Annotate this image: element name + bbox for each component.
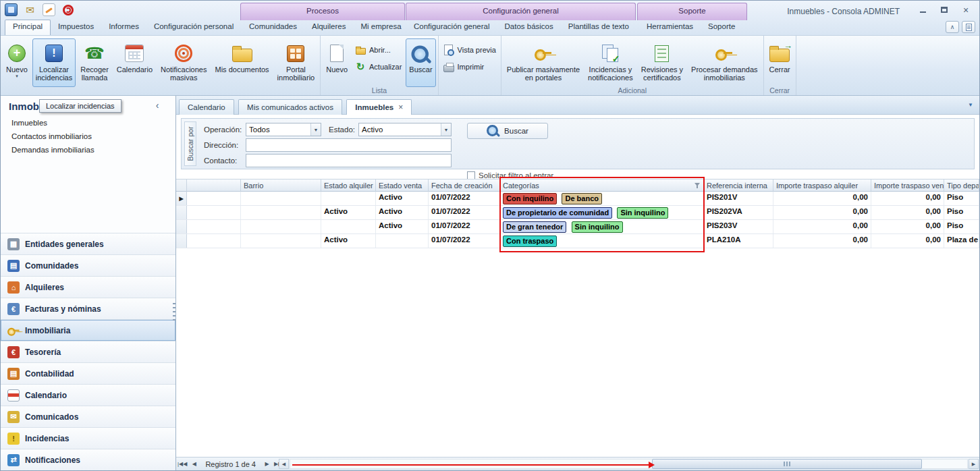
cerrar-button[interactable]: → Cerrar (766, 38, 794, 87)
direccion-input[interactable] (246, 138, 452, 152)
horizontal-scrollbar-thumb[interactable] (652, 459, 922, 469)
column-header-referencia-interna[interactable]: Referencia interna (704, 179, 773, 192)
localizar-incidencias-button[interactable]: ! Localizar incidencias (32, 38, 76, 87)
sidebar-link-contactos-inmobiliarios[interactable]: Contactos inmobiliarios (1, 130, 175, 143)
cell-tipo: Plaza de (944, 234, 979, 248)
tab-alquileres[interactable]: Alquileres (304, 20, 354, 35)
tab-configuracion-general[interactable]: Configuración general (406, 20, 497, 35)
actualizar-button[interactable]: ↻ Actualizar (355, 61, 402, 73)
table-row[interactable]: ▶ Activo 01/07/2022 Con inquilino De ban… (176, 192, 979, 206)
notes-icon[interactable] (43, 3, 55, 16)
publicar-masivamente-button[interactable]: Publicar masivamente en portales (503, 38, 583, 87)
buscar-button[interactable]: Buscar (406, 38, 435, 87)
tooltip-localizar-incidencias: Localizar incidencias (39, 99, 121, 113)
doc-tab-calendario[interactable]: Calendario (179, 99, 234, 115)
operacion-select[interactable]: Todos ▼ (246, 123, 321, 136)
sidebar-item-incidencias[interactable]: ! Incidencias (1, 427, 175, 449)
column-header-importe-traspaso-venta[interactable]: Importe traspaso venta (871, 179, 944, 192)
first-record-button[interactable]: |◀◀ (176, 461, 188, 467)
sidebar-item-contabilidad[interactable]: ▤ Contabilidad (1, 362, 175, 384)
sidebar-item-calendario[interactable]: Calendario (1, 384, 175, 406)
tab-impuestos[interactable]: Impuestos (51, 20, 101, 35)
sidebar-link-demandas-inmobiliarias[interactable]: Demandas inmobiliarias (1, 143, 175, 157)
portal-inmobiliario-button[interactable]: Portal inmobiliario (274, 38, 319, 87)
chevron-down-icon[interactable]: ▼ (310, 123, 321, 136)
incidencias-notificaciones-button[interactable]: ✓ Incidencias y notificaciones (584, 38, 636, 87)
table-row[interactable]: Activo 01/07/2022 Con traspaso PLA210A 0… (176, 234, 979, 248)
contacto-input[interactable] (246, 154, 452, 167)
sidebar: Inmobiliaria ‹ Inmuebles Contactos inmob… (1, 96, 176, 470)
window-controls: × (915, 4, 974, 16)
cell-fecha: 01/07/2022 (429, 192, 500, 205)
sidebar-item-alquileres[interactable]: ⌂ Alquileres (1, 276, 175, 298)
mis-documentos-button[interactable]: Mis documentos (211, 38, 272, 87)
mail-icon[interactable]: ✉ (24, 3, 36, 16)
table-row[interactable]: Activo Activo 01/07/2022 De propietario … (176, 206, 979, 220)
minimize-button[interactable] (915, 4, 931, 16)
app-icon[interactable] (5, 3, 18, 16)
ctx-group-procesos: Procesos (240, 3, 405, 20)
category-badge: De banco (562, 193, 602, 204)
tab-principal[interactable]: Principal (5, 20, 51, 35)
sidebar-item-inmobiliaria[interactable]: Inmobiliaria (1, 319, 175, 341)
tab-configuracion-personal[interactable]: Configuración personal (146, 20, 241, 35)
doc-tab-inmuebles[interactable]: Inmuebles × (346, 99, 412, 115)
column-header-barrio[interactable]: Barrio (241, 179, 321, 192)
sidebar-item-notificaciones[interactable]: ⇄ Notificaciones (1, 449, 175, 470)
dropdown-caret-icon: ▾ (16, 74, 18, 79)
abrir-button[interactable]: Abrir... (355, 44, 402, 56)
scroll-left-icon[interactable]: ◀ (279, 459, 289, 469)
tab-mi-empresa[interactable]: Mi empresa (353, 20, 408, 35)
close-tab-icon[interactable]: × (398, 103, 403, 112)
sidebar-link-inmuebles[interactable]: Inmuebles (1, 116, 175, 130)
sidebar-item-tesoreria[interactable]: € Tesorería (1, 341, 175, 362)
revisiones-certificados-button[interactable]: Revisiones y certificados (638, 38, 686, 87)
tab-comunidades[interactable]: Comunidades (242, 20, 304, 35)
sidebar-item-comunidades[interactable]: ▤ Comunidades (1, 254, 175, 276)
tab-datos-basicos[interactable]: Datos básicos (497, 20, 561, 35)
nuevo-button[interactable]: + Nuevo ▾ (3, 38, 31, 87)
nuevo-registro-button[interactable]: Nuevo (323, 38, 351, 87)
collapse-panel-icon[interactable]: ‹ (151, 100, 163, 112)
column-header-estado-alquiler[interactable]: Estado alquiler (321, 179, 376, 192)
window-title: Inmuebles - Consola ADMINET (787, 7, 900, 16)
column-header-blank[interactable] (187, 179, 241, 192)
tab-soporte[interactable]: Soporte (701, 20, 742, 35)
tab-herramientas[interactable]: Herramientas (639, 20, 701, 35)
maximize-button[interactable] (936, 4, 952, 16)
vista-previa-button[interactable]: Vista previa (443, 44, 496, 56)
table-row[interactable]: Activo 01/07/2022 De gran tenedor Sin in… (176, 220, 979, 234)
cell-importe-venta: 0,00 (871, 192, 944, 205)
notifications-icon: ⇄ (7, 454, 20, 466)
column-header-tipo[interactable]: Tipo depa (944, 179, 979, 192)
next-record-button[interactable]: ▶ (261, 461, 273, 467)
chevron-down-icon[interactable]: ▼ (441, 123, 451, 136)
cell-tipo: Piso (944, 206, 979, 219)
column-header-fecha-creacion[interactable]: Fecha de creación (429, 179, 500, 192)
tab-informes[interactable]: Informes (101, 20, 146, 35)
tab-list-dropdown-icon[interactable]: ▼ (968, 102, 973, 108)
imprimir-button[interactable]: Imprimir (443, 61, 496, 73)
notificaciones-masivas-button[interactable]: Notificaciones masivas (157, 38, 210, 87)
column-header-categorias[interactable]: Categorías (500, 179, 704, 192)
calendario-button[interactable]: Calendario (113, 38, 156, 87)
close-button[interactable]: × (958, 4, 974, 16)
buscar-grid-button[interactable]: Buscar (467, 123, 548, 139)
filter-funnel-icon[interactable] (695, 182, 701, 189)
estado-select[interactable]: Activo ▼ (358, 123, 452, 136)
column-header-importe-traspaso-alquiler[interactable]: Importe traspaso alquiler (773, 179, 871, 192)
recoger-llamada-button[interactable]: ☎ Recoger llamada (77, 38, 112, 87)
cell-tipo: Piso (944, 192, 979, 205)
doc-tab-mis-comunicados-activos[interactable]: Mis comunicados activos (238, 99, 342, 115)
tab-plantillas-de-texto[interactable]: Plantillas de texto (561, 20, 636, 35)
ribbon-options-icon[interactable] (962, 21, 975, 33)
splitter-grip[interactable] (173, 303, 175, 322)
collapse-ribbon-icon[interactable]: ∧ (946, 21, 959, 33)
sidebar-item-facturas-nominas[interactable]: € Facturas y nóminas (1, 298, 175, 319)
procesar-demandas-button[interactable]: Procesar demandas inmobiliarias (688, 38, 761, 87)
previous-record-button[interactable]: ◀ (188, 461, 200, 467)
sidebar-item-entidades-generales[interactable]: ▦ Entidades generales (1, 233, 175, 254)
column-header-estado-venta[interactable]: Estado venta (376, 179, 429, 192)
scroll-right-icon[interactable]: ▶ (969, 459, 979, 469)
sidebar-item-comunicados[interactable]: ✉ Comunicados (1, 406, 175, 427)
